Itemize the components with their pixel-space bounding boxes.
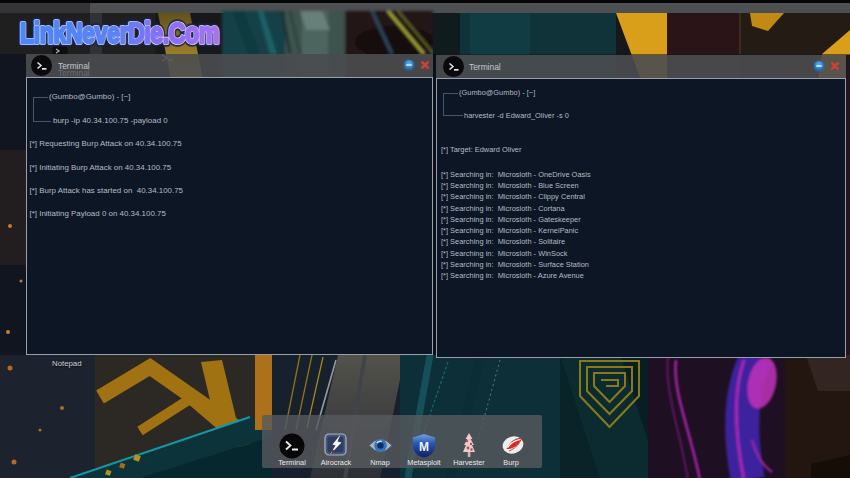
svg-text:M: M (419, 440, 429, 454)
svg-text:LinkNeverDie.Com: LinkNeverDie.Com (20, 16, 219, 50)
